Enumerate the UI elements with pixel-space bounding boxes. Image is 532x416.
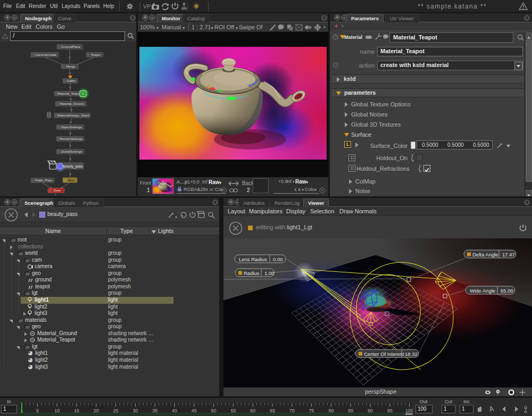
svg-text:ObjectSettings: ObjectSettings	[61, 125, 82, 129]
svg-text:?: ?	[335, 63, 337, 68]
svg-text:70: 70	[289, 408, 295, 413]
svg-text:Radius: Radius	[244, 270, 260, 276]
svg-text:GroundPlane: GroundPlane	[61, 45, 81, 48]
svg-text:Merge: Merge	[66, 64, 76, 68]
svg-text:1: 1	[20, 408, 23, 413]
svg-text:5: 5	[36, 408, 39, 413]
svg-text:10: 10	[54, 408, 60, 413]
svg-text:85: 85	[348, 408, 353, 413]
svg-text:Gaffer: Gaffer	[66, 79, 76, 82]
svg-text:Wide Angle: Wide Angle	[470, 288, 495, 294]
svg-text:55: 55	[230, 408, 236, 413]
svg-text:Material_Ground: Material_Ground	[60, 102, 85, 105]
svg-text:Lens Radius: Lens Radius	[239, 256, 267, 262]
svg-text:Center Of Interest: Center Of Interest	[364, 351, 404, 357]
svg-text:Flakk_Plate: Flakk_Plate	[35, 178, 53, 182]
svg-text:MaterialAssign_Stack: MaterialAssign_Stack	[57, 113, 89, 117]
svg-text:45: 45	[192, 408, 197, 413]
svg-text:50: 50	[211, 408, 217, 413]
svg-text:60: 60	[250, 408, 255, 413]
svg-text:Blur: Blur	[68, 178, 74, 182]
svg-text:Material_Teapot: Material_Teapot	[57, 91, 81, 95]
svg-text:GlobalSettings: GlobalSettings	[61, 149, 82, 153]
svg-text:100: 100	[405, 408, 413, 413]
svg-text:25: 25	[113, 408, 119, 413]
svg-text:95: 95	[387, 408, 393, 413]
svg-text:17.47: 17.47	[502, 252, 515, 257]
svg-text:75: 75	[309, 408, 314, 413]
svg-text:15: 15	[74, 408, 79, 413]
svg-text:65.00: 65.00	[501, 288, 513, 294]
svg-text:35: 35	[152, 408, 157, 413]
svg-text:1.00: 1.00	[264, 270, 275, 276]
svg-text:?: ?	[334, 35, 336, 39]
svg-text:30: 30	[132, 408, 138, 413]
svg-text:80: 80	[328, 408, 334, 413]
svg-text:65: 65	[270, 408, 275, 413]
svg-text:RenderSettings: RenderSettings	[60, 137, 83, 140]
svg-text:Over: Over	[54, 188, 61, 192]
svg-text:20: 20	[94, 408, 99, 413]
svg-text:beauty_pass: beauty_pass	[63, 164, 84, 169]
svg-text:0.00: 0.00	[273, 256, 283, 262]
svg-text:40: 40	[172, 408, 177, 413]
svg-text:90: 90	[368, 408, 373, 413]
svg-text:Teapot: Teapot	[91, 53, 101, 56]
svg-text:CameraCreate: CameraCreate	[35, 53, 57, 56]
svg-text:18.32: 18.32	[405, 351, 418, 357]
svg-text:Delta Angle: Delta Angle	[472, 252, 498, 257]
